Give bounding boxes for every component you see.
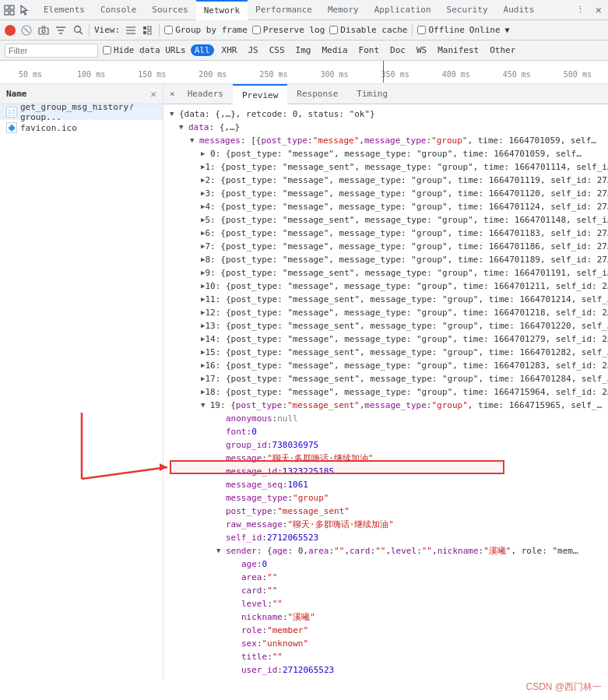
filter-media[interactable]: Media <box>318 44 350 56</box>
svg-rect-0 <box>5 5 9 9</box>
svg-line-5 <box>24 28 29 33</box>
expand-sender[interactable] <box>216 544 226 558</box>
record-btn[interactable] <box>5 25 16 36</box>
json-entry-19-header: 19: {post_type: "message_sent", message_… <box>163 399 608 412</box>
filter-bar: Hide data URLs All XHR JS CSS Img Media … <box>0 40 608 61</box>
preserve-log-checkbox[interactable] <box>252 26 261 34</box>
search-icon[interactable] <box>72 24 84 37</box>
filter-font[interactable]: Font <box>356 44 383 56</box>
tab-security[interactable]: Security <box>439 0 496 20</box>
filter-all[interactable]: All <box>191 44 214 56</box>
filter-doc[interactable]: Doc <box>387 44 409 56</box>
filter-other[interactable]: Other <box>487 44 518 56</box>
detail-panel: × Headers Preview Response Timing <box>163 84 608 680</box>
expand-messages[interactable] <box>190 134 199 147</box>
filter-img[interactable]: Img <box>293 44 315 56</box>
json-entry-0: 0: {post_type: "message", message_type: … <box>163 147 608 160</box>
devtools-cursor-icon[interactable] <box>19 4 31 16</box>
timeline-label-7: 400 ms <box>426 70 487 79</box>
json-field-message: message: "聊天·多群嗨话·继续加油" <box>163 452 608 465</box>
tab-elements[interactable]: Elements <box>36 0 93 20</box>
json-preview-content[interactable]: {data: {,…}, retcode: 0, status: "ok"} d… <box>163 104 608 680</box>
network-timeline: 50 ms 100 ms 150 ms 200 ms 250 ms 300 ms… <box>0 61 608 84</box>
online-label: Online <box>469 25 501 35</box>
filter-input[interactable] <box>5 44 98 58</box>
json-entry-12: 12: {post_type: "message", message_type:… <box>163 306 608 319</box>
disable-cache-toggle[interactable]: Disable cache <box>329 25 407 35</box>
toolbar-separator3 <box>412 24 413 37</box>
file-item-1[interactable]: 🔷 favicon.ico <box>0 120 163 135</box>
json-sender-sex: sex: "unknown" <box>163 637 608 650</box>
detail-tab-headers[interactable]: Headers <box>178 84 233 104</box>
filter-toggle-icon[interactable] <box>54 24 67 37</box>
filter-xhr[interactable]: XHR <box>219 44 241 56</box>
close-detail-icon[interactable]: × <box>167 89 178 99</box>
json-entry-9: 9: {post_type: "message_sent", message_t… <box>163 266 608 280</box>
filter-manifest[interactable]: Manifest <box>434 44 482 56</box>
json-sender-line: sender: {age: 0, area: "", card: "", lev… <box>163 544 608 558</box>
file-item-0[interactable]: 📄 get_group_msg_history?group... <box>0 104 163 120</box>
expand-entry-0-icon[interactable] <box>201 147 210 160</box>
clear-btn[interactable] <box>20 24 33 37</box>
timeline-labels: 50 ms 100 ms 150 ms 200 ms 250 ms 300 ms… <box>0 67 608 82</box>
hide-data-urls-checkbox[interactable] <box>103 46 111 55</box>
devtools-tab-bar: Elements Console Sources Network Perform… <box>0 0 608 20</box>
offline-checkbox[interactable] <box>417 26 426 34</box>
json-entry-5: 5: {post_type: "message_sent", message_t… <box>163 213 608 227</box>
filter-js[interactable]: JS <box>244 44 261 56</box>
json-entry-3: 3: {post_type: "message", message_type: … <box>163 187 608 200</box>
detail-tabs: × Headers Preview Response Timing <box>163 84 608 104</box>
more-tabs-icon[interactable]: ⋮ <box>571 5 589 15</box>
tab-application[interactable]: Application <box>367 0 439 20</box>
svg-rect-6 <box>39 28 48 34</box>
expand-entry-19[interactable] <box>201 399 210 412</box>
json-sub-type: sub_type: "normal" <box>163 677 608 680</box>
svg-point-7 <box>42 30 45 33</box>
offline-toggle[interactable]: Offline <box>417 25 464 35</box>
tab-memory[interactable]: Memory <box>320 0 367 20</box>
timeline-label-3: 200 ms <box>182 70 243 79</box>
tab-console[interactable]: Console <box>93 0 144 20</box>
json-field-post-type: post_type: "message_sent" <box>163 505 608 518</box>
group-by-frame-checkbox[interactable] <box>164 26 173 34</box>
svg-line-12 <box>79 32 83 35</box>
disable-cache-checkbox[interactable] <box>329 26 338 34</box>
json-entry-16: 16: {post_type: "message", message_type:… <box>163 359 608 372</box>
devtools-inspect-icon[interactable] <box>3 4 16 16</box>
json-entry-14: 14: {post_type: "message", message_type:… <box>163 332 608 346</box>
timeline-label-5: 300 ms <box>304 70 364 79</box>
tab-network[interactable]: Network <box>196 0 248 20</box>
expand-data[interactable] <box>179 121 188 134</box>
tab-audits[interactable]: Audits <box>496 0 543 20</box>
json-sender-age: age: 0 <box>163 558 608 571</box>
json-sender-title: title: "" <box>163 650 608 663</box>
json-entry-15: 15: {post_type: "message_sent", message_… <box>163 346 608 359</box>
json-field-raw-message: raw_message: "聊天·多群嗨话·继续加油" <box>163 518 608 531</box>
json-entries: 0: {post_type: "message", message_type: … <box>163 147 608 399</box>
timeline-label-4: 250 ms <box>243 70 304 79</box>
list-view-icon[interactable] <box>125 24 137 37</box>
json-field-message-type: message_type: "group" <box>163 491 608 505</box>
json-entry-8: 8: {post_type: "message", message_type: … <box>163 253 608 266</box>
expand-root[interactable] <box>170 107 179 121</box>
json-sender-user-id: user_id: 2712065523 <box>163 663 608 677</box>
filter-css[interactable]: CSS <box>266 44 288 56</box>
detail-tab-timing[interactable]: Timing <box>347 84 397 104</box>
camera-icon[interactable] <box>37 24 50 37</box>
network-condition-dropdown-icon[interactable]: ▼ <box>505 26 510 34</box>
close-devtools-icon[interactable]: ✕ <box>592 4 605 16</box>
view-label: View: <box>94 25 120 35</box>
detail-tab-response[interactable]: Response <box>287 84 347 104</box>
group-by-frame-toggle[interactable]: Group by frame <box>164 25 248 35</box>
filter-ws[interactable]: WS <box>413 44 430 56</box>
json-field-font: font: 0 <box>163 425 608 438</box>
detail-tab-preview[interactable]: Preview <box>233 84 287 104</box>
close-file-panel-icon[interactable]: ✕ <box>150 88 156 100</box>
json-field-message-seq: message_seq: 1061 <box>163 478 608 491</box>
file-icon-0: 📄 <box>6 107 17 118</box>
tab-performance[interactable]: Performance <box>248 0 320 20</box>
hide-data-urls-toggle[interactable]: Hide data URLs <box>103 45 186 55</box>
tab-sources[interactable]: Sources <box>144 0 195 20</box>
waterfall-view-icon[interactable] <box>142 24 154 37</box>
preserve-log-toggle[interactable]: Preserve log <box>252 25 325 35</box>
